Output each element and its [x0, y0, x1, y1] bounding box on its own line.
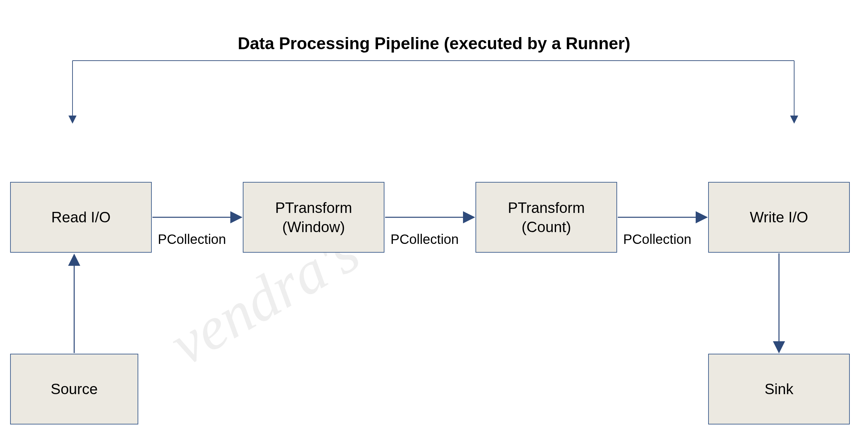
source-box: Source	[10, 354, 138, 424]
ptransform-count-label: PTransform (Count)	[508, 198, 585, 236]
ptransform-count-box: PTransform (Count)	[475, 182, 617, 253]
read-io-label: Read I/O	[51, 208, 111, 227]
write-io-box: Write I/O	[708, 182, 850, 253]
diagram-title: Data Processing Pipeline (executed by a …	[238, 34, 630, 53]
write-io-label: Write I/O	[750, 208, 808, 227]
ptransform-window-box: PTransform (Window)	[243, 182, 384, 253]
pcollection-label-2: PCollection	[390, 232, 459, 247]
pcollection-label-1: PCollection	[158, 232, 226, 247]
source-label: Source	[51, 379, 97, 399]
sink-label: Sink	[764, 379, 793, 399]
sink-box: Sink	[708, 354, 850, 424]
read-io-box: Read I/O	[10, 182, 152, 253]
title-bracket	[66, 57, 801, 131]
pcollection-label-3: PCollection	[623, 232, 691, 247]
ptransform-window-label: PTransform (Window)	[275, 198, 352, 236]
